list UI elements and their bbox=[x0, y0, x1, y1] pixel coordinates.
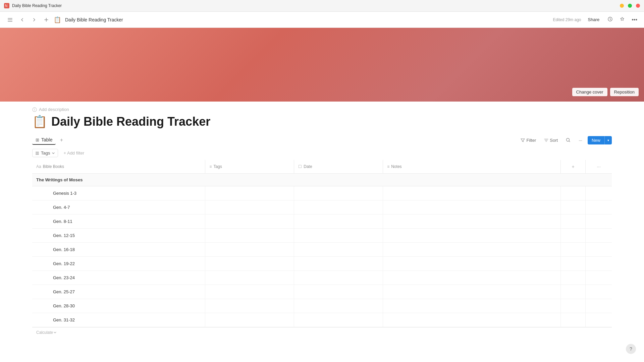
table-row[interactable]: + ⠿ Gen. 16-18 bbox=[32, 243, 612, 257]
col-header-add[interactable]: + bbox=[561, 160, 586, 174]
cell-bible-books-value: Gen. 25-27 bbox=[53, 289, 75, 294]
new-button[interactable]: New bbox=[588, 136, 605, 144]
add-filter-button[interactable]: + Add filter bbox=[61, 149, 87, 157]
col-header-bible-books[interactable]: Aa Bible Books bbox=[32, 160, 205, 174]
help-button[interactable]: ? bbox=[626, 344, 636, 354]
table-row[interactable]: + ⠿ Gen. 28-30 bbox=[32, 299, 612, 313]
favorite-icon[interactable] bbox=[618, 15, 626, 24]
row-drag-button[interactable]: ⠿ bbox=[44, 218, 51, 225]
cell-date bbox=[294, 243, 383, 257]
row-drag-button[interactable]: ⠿ bbox=[44, 204, 51, 211]
history-icon[interactable] bbox=[606, 15, 614, 24]
group-label: The Writings of Moses bbox=[32, 174, 612, 186]
add-filter-label: + Add filter bbox=[63, 150, 84, 156]
row-add-button[interactable]: + bbox=[36, 260, 43, 267]
col-header-date[interactable]: ☐ Date bbox=[294, 160, 383, 174]
row-add-button[interactable]: + bbox=[36, 317, 43, 323]
table-row[interactable]: + ⠿ Gen. 19-22 bbox=[32, 257, 612, 271]
titlebar: N Daily Bible Reading Tracker bbox=[0, 0, 644, 12]
minimize-button[interactable] bbox=[620, 4, 624, 8]
add-description-row[interactable]: Add description bbox=[32, 107, 612, 112]
row-drag-button[interactable]: ⠿ bbox=[44, 260, 51, 267]
row-drag-button[interactable]: ⠿ bbox=[44, 232, 51, 239]
row-drag-button[interactable]: ⠿ bbox=[44, 275, 51, 281]
cell-empty-2 bbox=[586, 200, 612, 215]
row-drag-button[interactable]: ⠿ bbox=[44, 303, 51, 309]
table-row[interactable]: + ⠿ Gen. 31-32 bbox=[32, 313, 612, 327]
row-drag-button[interactable]: ⠿ bbox=[44, 190, 51, 197]
info-icon bbox=[32, 107, 37, 112]
close-button[interactable] bbox=[636, 4, 640, 8]
cell-empty-2 bbox=[586, 243, 612, 257]
row-add-button[interactable]: + bbox=[36, 190, 43, 197]
svg-rect-9 bbox=[36, 153, 39, 154]
row-add-button[interactable]: + bbox=[36, 204, 43, 211]
cell-date bbox=[294, 285, 383, 299]
table-row[interactable]: + ⠿ Gen. 12-15 bbox=[32, 229, 612, 243]
titlebar-title: Daily Bible Reading Tracker bbox=[12, 3, 62, 8]
calculate-label: Calculate bbox=[36, 330, 53, 335]
row-add-button[interactable]: + bbox=[36, 232, 43, 239]
table-row[interactable]: + ⠿ Gen. 25-27 bbox=[32, 285, 612, 299]
sort-button[interactable]: Sort bbox=[541, 136, 560, 144]
add-column-button[interactable]: + bbox=[568, 162, 578, 171]
cell-tags bbox=[205, 257, 294, 271]
cell-notes bbox=[383, 215, 561, 229]
row-drag-button[interactable]: ⠿ bbox=[44, 317, 51, 323]
row-add-button[interactable]: + bbox=[36, 218, 43, 225]
cell-bible-books: + ⠿ Gen. 31-32 bbox=[32, 313, 205, 327]
table-row[interactable]: + ⠿ Genesis 1-3 bbox=[32, 186, 612, 200]
chevron-down-icon bbox=[53, 330, 57, 335]
more-options-icon: ··· bbox=[579, 138, 582, 143]
change-cover-button[interactable]: Change cover bbox=[572, 88, 607, 96]
forward-button[interactable] bbox=[30, 15, 39, 24]
navbar: 📋 Daily Bible Reading Tracker Edited 29m… bbox=[0, 12, 644, 28]
cell-date bbox=[294, 271, 383, 285]
titlebar-controls bbox=[620, 4, 640, 8]
tags-filter-label: Tags bbox=[41, 150, 50, 156]
filter-button[interactable]: Filter bbox=[518, 136, 539, 144]
row-drag-button[interactable]: ⠿ bbox=[44, 246, 51, 253]
more-options-icon[interactable]: ••• bbox=[630, 15, 639, 24]
table-view-tab[interactable]: ⊞ Table bbox=[32, 135, 56, 145]
search-icon bbox=[566, 138, 571, 142]
new-page-button[interactable] bbox=[42, 15, 51, 24]
more-columns-button[interactable]: ··· bbox=[593, 162, 604, 171]
notes-type-icon: ≡ bbox=[387, 164, 389, 169]
back-button[interactable] bbox=[17, 15, 27, 24]
cell-bible-books: + ⠿ Gen. 4-7 bbox=[32, 200, 205, 215]
cell-notes bbox=[383, 285, 561, 299]
calculate-row[interactable]: Calculate bbox=[32, 327, 612, 338]
row-drag-button[interactable]: ⠿ bbox=[44, 289, 51, 295]
cell-notes bbox=[383, 229, 561, 243]
row-add-button[interactable]: + bbox=[36, 289, 43, 295]
table-header: Aa Bible Books ≡ Tags ☐ Date bbox=[32, 160, 612, 174]
col-label-date: Date bbox=[304, 164, 312, 169]
reposition-button[interactable]: Reposition bbox=[610, 88, 639, 96]
row-add-button[interactable]: + bbox=[36, 303, 43, 309]
add-view-button[interactable]: + bbox=[57, 136, 66, 144]
sidebar-toggle-button[interactable] bbox=[5, 15, 15, 24]
cell-bible-books-value: Genesis 1-3 bbox=[53, 191, 76, 196]
col-header-tags[interactable]: ≡ Tags bbox=[205, 160, 294, 174]
cell-tags bbox=[205, 229, 294, 243]
cell-notes bbox=[383, 186, 561, 200]
cell-date bbox=[294, 257, 383, 271]
help-icon: ? bbox=[630, 346, 632, 352]
col-header-more[interactable]: ··· bbox=[586, 160, 612, 174]
table-row[interactable]: + ⠿ Gen. 4-7 bbox=[32, 200, 612, 215]
row-add-button[interactable]: + bbox=[36, 246, 43, 253]
maximize-button[interactable] bbox=[628, 4, 632, 8]
row-add-button[interactable]: + bbox=[36, 275, 43, 281]
toolbar-right: Filter Sort ··· New ▾ bbox=[518, 136, 612, 144]
col-header-notes[interactable]: ≡ Notes bbox=[383, 160, 561, 174]
table-row[interactable]: + ⠿ Gen. 8-11 bbox=[32, 215, 612, 229]
more-options-button[interactable]: ··· bbox=[576, 136, 585, 144]
tags-filter-button[interactable]: Tags bbox=[32, 149, 58, 157]
share-button[interactable]: Share bbox=[585, 16, 602, 23]
cell-bible-books-value: Gen. 12-15 bbox=[53, 233, 75, 238]
plus-icon bbox=[44, 17, 49, 22]
table-row[interactable]: + ⠿ Gen. 23-24 bbox=[32, 271, 612, 285]
search-button[interactable] bbox=[563, 136, 573, 144]
new-dropdown-button[interactable]: ▾ bbox=[605, 136, 612, 144]
